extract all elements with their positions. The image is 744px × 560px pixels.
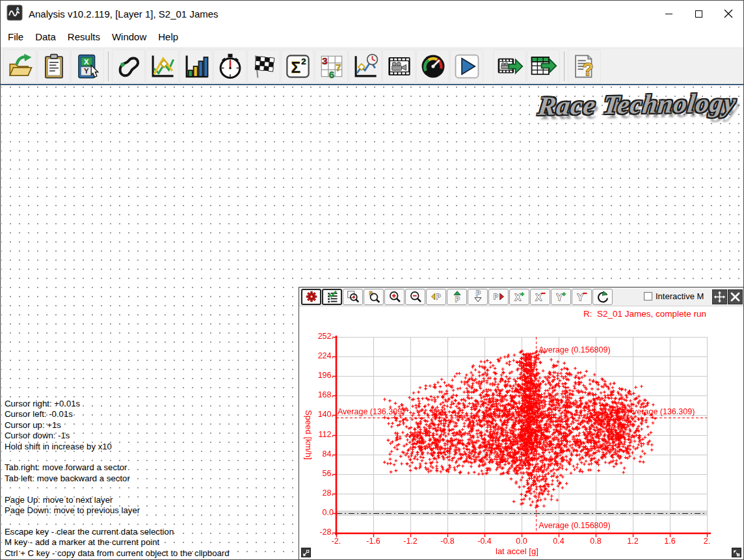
close-icon (724, 9, 733, 18)
sigma-squared-icon: Σ2 (284, 53, 312, 80)
svg-text:P: P (436, 293, 440, 300)
sector-down-icon: P (472, 290, 485, 303)
title-bar: A Analysis v10.2.119, [Layer 1], S2_01 J… (1, 1, 743, 27)
toolbar-button-open-report[interactable] (37, 49, 70, 83)
time-graph-icon (352, 53, 379, 80)
next-sector-icon: P (492, 290, 505, 303)
minimize-button[interactable] (654, 1, 684, 26)
stopwatch-icon (217, 53, 244, 80)
play-icon (453, 53, 481, 80)
toolbar-button-export-data[interactable] (527, 49, 560, 83)
help-line (5, 452, 230, 462)
zoom-out-button[interactable] (405, 289, 425, 305)
svg-text:P: P (475, 290, 480, 297)
display-options-button[interactable] (322, 289, 342, 305)
toolbar-button-histogram[interactable] (179, 49, 213, 83)
gear-icon (305, 290, 318, 303)
maximize-icon (695, 10, 702, 18)
sector-times-icon: 367 (318, 53, 345, 80)
clipboard-icon (40, 53, 68, 80)
svg-text:Y: Y (577, 292, 583, 302)
menu-window[interactable]: Window (106, 30, 152, 44)
checklist-icon (326, 290, 339, 303)
toolbar-button-checkered-flag[interactable] (247, 49, 280, 83)
zoom-in-button[interactable] (384, 289, 405, 305)
help-line: Tab right: move forward a sector (5, 462, 230, 473)
svg-text:P: P (455, 295, 459, 303)
menu-file[interactable]: File (2, 30, 29, 44)
toolbar-button-track-map[interactable] (112, 49, 145, 83)
x-scale-contract-button[interactable]: X (530, 289, 550, 305)
plot-resize-grip-left[interactable] (301, 548, 311, 557)
plot-toolbar: R P P P P (299, 287, 744, 306)
help-line: Hold shift in increase by x10 (5, 442, 230, 452)
resize-grip-icon (302, 549, 310, 557)
menu-help[interactable]: Help (152, 30, 184, 44)
toolbar-button-sector-times[interactable]: 367 (315, 49, 348, 83)
main-toolbar: XY Σ2 367 (1, 47, 743, 85)
interactive-mode-group: Interactive M (644, 291, 704, 301)
toolbar-button-time-graph[interactable] (349, 49, 382, 83)
menu-results[interactable]: Results (62, 30, 106, 44)
zoom-window-button[interactable] (343, 289, 363, 305)
checkered-flag-icon (250, 53, 278, 80)
plot-resize-grip-right[interactable] (732, 548, 741, 557)
toolbar-button-help[interactable]: ? (568, 49, 601, 83)
app-icon: A (7, 5, 23, 23)
xy-graph-icon (149, 53, 176, 80)
y-scale-contract-button[interactable]: Y (572, 289, 592, 305)
zoom-region-icon (347, 290, 360, 303)
interactive-mode-checkbox[interactable] (644, 292, 652, 300)
scatter-plot-window: R P P P P (299, 287, 744, 560)
toolbar-button-dashboard[interactable] (416, 49, 449, 83)
toolbar-button-load-data[interactable] (3, 49, 36, 83)
svg-text:Y: Y (556, 292, 563, 302)
svg-text:X: X (83, 57, 88, 65)
toolbar-button-run-playback[interactable] (450, 49, 483, 83)
track-map-icon (115, 53, 142, 80)
toolbar-button-lap-timer[interactable] (213, 49, 246, 83)
export-table-icon (530, 53, 557, 80)
plot-settings-button[interactable] (301, 289, 321, 305)
plot-close-button[interactable] (728, 289, 743, 304)
sector-previous-button[interactable]: P (426, 289, 446, 305)
help-line: Cursor down: -1s (5, 431, 230, 441)
menu-bar: File Data Results Window Help (1, 27, 743, 47)
sector-up-button[interactable]: P (447, 289, 467, 305)
move-icon (713, 291, 726, 303)
svg-text:?: ? (582, 59, 593, 79)
zoom-reset-button[interactable]: R (364, 289, 384, 305)
help-line: Cursor up: +1s (5, 420, 230, 431)
menu-data[interactable]: Data (29, 30, 62, 44)
toolbar-button-video[interactable] (382, 49, 416, 83)
race-technology-logo: Race Technology (537, 87, 738, 121)
plot-move-button[interactable] (712, 289, 727, 304)
toolbar-button-export-video[interactable] (493, 49, 526, 83)
sector-next-button[interactable]: P (488, 289, 509, 305)
zoom-in-icon (388, 290, 401, 303)
scatter-plot-canvas[interactable] (299, 306, 744, 559)
close-button[interactable] (713, 1, 743, 26)
svg-text:A: A (16, 6, 20, 12)
previous-sector-icon: P (430, 290, 443, 303)
maximize-button[interactable] (684, 1, 713, 26)
histogram-icon (183, 53, 210, 80)
sector-down-button[interactable]: P (468, 289, 488, 305)
help-document-icon: ? (571, 53, 598, 80)
y-scale-expand-button[interactable]: Y (551, 289, 571, 305)
toolbar-button-xy-data-values[interactable]: XY (71, 49, 104, 83)
help-line: Cursor left: -0.01s (5, 409, 230, 420)
help-line: Tab left: move backward a sector (5, 473, 230, 484)
toolbar-button-statistics[interactable]: Σ2 (281, 49, 314, 83)
toolbar-button-xy-graph[interactable] (146, 49, 179, 83)
gauge-icon (419, 53, 447, 80)
help-line (5, 484, 230, 494)
window-title: Analysis v10.2.119, [Layer 1], S2_01 Jam… (29, 8, 654, 20)
export-video-icon (496, 53, 524, 80)
svg-text:7: 7 (336, 62, 341, 73)
x-scale-expand-button[interactable]: X (509, 289, 529, 305)
keyboard-help-panel: Cursor right: +0.01sCursor left: -0.01sC… (5, 399, 230, 560)
svg-text:3: 3 (322, 55, 327, 66)
close-x-icon (729, 291, 741, 303)
reset-view-button[interactable] (592, 289, 613, 305)
